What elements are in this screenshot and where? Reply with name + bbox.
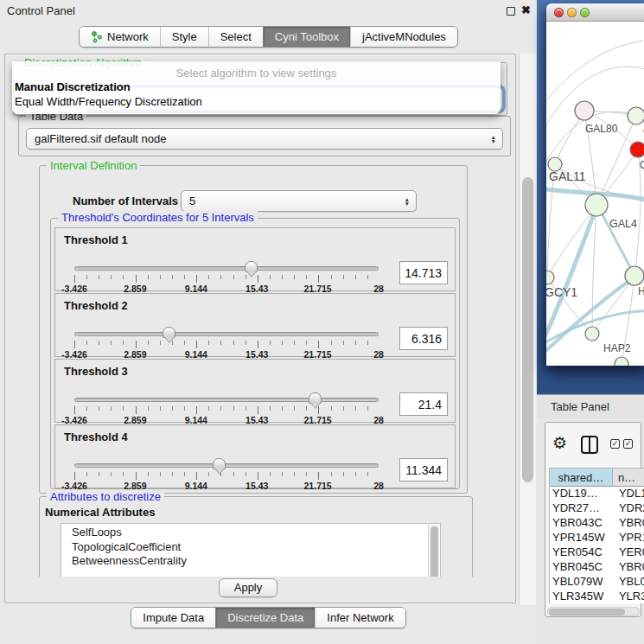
threshold-slider[interactable]: -3.4262.8599.14415.4321.71528 bbox=[74, 266, 379, 290]
tab-select[interactable]: Select bbox=[208, 27, 263, 47]
attribute-list-item[interactable]: SelfLoops bbox=[61, 526, 440, 540]
slider-track[interactable] bbox=[74, 398, 379, 402]
numerical-attributes-list[interactable]: SelfLoopsTopologicalCoefficientBetweenne… bbox=[61, 523, 441, 577]
threshold-value-field[interactable]: 21.4 bbox=[399, 392, 448, 416]
tab-cyni-toolbox[interactable]: Cyni Toolbox bbox=[263, 27, 350, 47]
network-node-gal4[interactable] bbox=[585, 194, 608, 216]
number-of-intervals-label: Number of Intervals bbox=[73, 194, 178, 207]
table-cell: YBL0 bbox=[613, 575, 644, 590]
network-icon bbox=[91, 31, 103, 43]
table-cell: YER054C bbox=[550, 545, 613, 560]
table-row[interactable]: YDL19…YDL1 bbox=[550, 487, 644, 501]
network-node-gal80[interactable] bbox=[575, 101, 594, 120]
table-horizontal-scrollbar[interactable] bbox=[547, 607, 640, 616]
table-row[interactable]: YDR27…YDR2 bbox=[550, 501, 644, 516]
attribute-list-item[interactable]: BetweennessCentrality bbox=[61, 554, 440, 569]
network-node-h[interactable] bbox=[625, 266, 644, 285]
table-row[interactable]: YBR043CYBR0 bbox=[550, 516, 644, 531]
table-data-combobox[interactable]: galFiltered.sif default node ▲▼ bbox=[26, 128, 503, 150]
table-row[interactable]: YBL079WYBL0 bbox=[550, 575, 644, 590]
network-node-label: C bbox=[640, 159, 644, 171]
stepper-icon: ▲▼ bbox=[491, 135, 496, 143]
slider-major-ticks bbox=[74, 275, 379, 283]
threshold-panel: Threshold 1 -3.4262.8599.14415.4321.7152… bbox=[54, 227, 456, 291]
network-node-label: GAL80 bbox=[585, 123, 618, 135]
tick-label: 9.144 bbox=[185, 481, 207, 491]
tab-style[interactable]: Style bbox=[160, 27, 208, 47]
slider-thumb[interactable] bbox=[213, 458, 226, 469]
threshold-label: Threshold 2 bbox=[64, 299, 128, 312]
scrollbar-thumb[interactable] bbox=[522, 177, 533, 482]
network-canvas[interactable]: GAL80GALCGAL11GAL4GCY1HHAP2 bbox=[546, 22, 644, 366]
close-traffic-light-icon[interactable] bbox=[554, 8, 564, 17]
table-data-combobox-value: galFiltered.sif default node bbox=[35, 132, 166, 145]
network-window-titlebar[interactable] bbox=[546, 3, 644, 22]
float-window-icon[interactable] bbox=[507, 7, 515, 16]
dropdown-item-equal-width-frequency[interactable]: Equal Width/Frequency Discretization bbox=[12, 94, 501, 109]
threshold-label: Threshold 1 bbox=[64, 233, 128, 246]
tick-label: 15.43 bbox=[245, 481, 268, 491]
network-node-c[interactable] bbox=[630, 142, 644, 157]
table-cell: YBL079W bbox=[550, 575, 613, 590]
table-panel-body: ⚙ ✓ ✓ shared…n… YDL19…YDL1YDR27…YDR2YBR0… bbox=[545, 422, 641, 617]
checkbox-icon[interactable]: ✓ bbox=[610, 439, 620, 449]
number-of-intervals-combobox[interactable]: 5 ▲▼ bbox=[181, 190, 417, 212]
column-header-1[interactable]: shared… bbox=[550, 469, 613, 487]
control-panel-scrollbar[interactable] bbox=[519, 54, 536, 605]
column-header-2[interactable]: n… bbox=[613, 469, 644, 487]
tab-label: jActiveMNodules bbox=[362, 30, 446, 43]
threshold-value-field[interactable]: 6.316 bbox=[399, 327, 448, 350]
checkbox-icon[interactable]: ✓ bbox=[623, 439, 633, 449]
table-row[interactable]: YLR345WYLR3 bbox=[550, 590, 644, 603]
attributes-group-title: Attributes to discretize bbox=[47, 490, 164, 503]
network-edge[interactable] bbox=[592, 205, 596, 334]
slider-thumb[interactable] bbox=[163, 327, 175, 338]
slider-track[interactable] bbox=[74, 266, 379, 271]
table-row[interactable]: YER054CYER0 bbox=[550, 545, 644, 560]
tab-label: Cyni Toolbox bbox=[275, 30, 339, 43]
dropdown-item-manual-discretization[interactable]: Manual Discretization bbox=[12, 80, 501, 94]
table-panel-zone: ⚙ ✓ ✓ shared…n… YDL19…YDL1YDR27…YDR2YBR0… bbox=[537, 418, 644, 644]
slider-track[interactable] bbox=[74, 463, 379, 468]
columns-icon[interactable] bbox=[581, 436, 598, 454]
threshold-slider[interactable]: -3.4262.8599.14415.4321.71528 bbox=[74, 398, 379, 422]
threshold-slider[interactable]: -3.4262.8599.14415.4321.71528 bbox=[74, 463, 379, 488]
gear-icon[interactable]: ⚙ bbox=[552, 433, 567, 453]
table-row[interactable]: YBR045CYBR0 bbox=[550, 560, 644, 575]
attributes-list-scrollbar[interactable] bbox=[428, 525, 439, 577]
apply-button[interactable]: Apply bbox=[219, 578, 277, 597]
threshold-slider[interactable]: -3.4262.8599.14415.4321.71528 bbox=[74, 332, 379, 356]
network-node[interactable] bbox=[615, 357, 628, 366]
network-node-gal[interactable] bbox=[628, 107, 644, 124]
network-edge[interactable] bbox=[546, 41, 643, 108]
slider-thumb[interactable] bbox=[309, 392, 322, 404]
algorithm-dropdown-prompt: Select algorithm to view settings bbox=[12, 61, 501, 80]
attributes-to-discretize-group: Attributes to discretize Numerical Attri… bbox=[39, 496, 473, 577]
network-edge-thick[interactable] bbox=[598, 207, 634, 274]
threshold-value-field[interactable]: 14.713 bbox=[399, 261, 448, 284]
tab-network[interactable]: Network bbox=[80, 27, 160, 47]
table-cell: YBR0 bbox=[613, 560, 644, 575]
network-node-hap2[interactable] bbox=[585, 327, 599, 341]
table-cell: YBR0 bbox=[613, 516, 644, 531]
threshold-value-field[interactable]: 11.344 bbox=[399, 458, 448, 481]
slider-track[interactable] bbox=[74, 332, 379, 336]
tick-label: 28 bbox=[373, 481, 384, 491]
interval-definition-group-title: Interval Definition bbox=[47, 159, 140, 172]
network-node-gcy1[interactable] bbox=[546, 271, 554, 284]
close-icon[interactable]: ✖ bbox=[521, 3, 531, 16]
tab-label: Impute Data bbox=[143, 611, 204, 624]
tab-jactivemnodules[interactable]: jActiveMNodules bbox=[350, 27, 457, 47]
tab-impute-data[interactable]: Impute Data bbox=[131, 608, 215, 628]
tab-discretize-data[interactable]: Discretize Data bbox=[215, 608, 315, 628]
scrollbar-thumb[interactable] bbox=[549, 609, 625, 615]
slider-thumb[interactable] bbox=[245, 261, 258, 272]
zoom-traffic-light-icon[interactable] bbox=[580, 8, 590, 17]
table-row[interactable]: YPR145WYPR1 bbox=[550, 531, 644, 545]
attribute-list-item[interactable]: TopologicalCoefficient bbox=[61, 540, 440, 555]
tab-label: Infer Network bbox=[327, 611, 393, 624]
tab-infer-network[interactable]: Infer Network bbox=[315, 608, 405, 628]
control-panel-tab-bar: NetworkStyleSelectCyni ToolboxjActiveMNo… bbox=[0, 26, 537, 48]
minimize-traffic-light-icon[interactable] bbox=[567, 8, 577, 17]
number-of-intervals-value: 5 bbox=[189, 194, 195, 207]
